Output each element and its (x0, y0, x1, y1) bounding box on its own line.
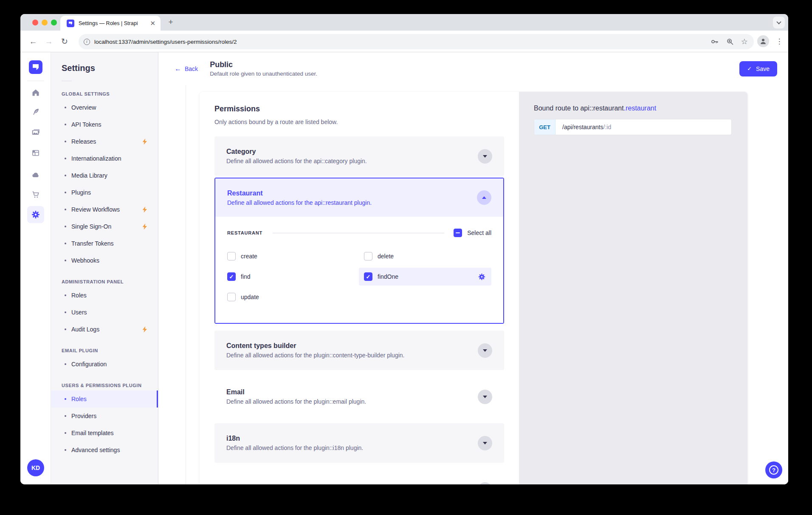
select-all-checkbox[interactable] (454, 229, 462, 237)
sidebar-item-up-roles[interactable]: Roles (51, 390, 158, 407)
strapi-favicon-icon (67, 20, 74, 27)
chevron-down-icon (483, 155, 487, 158)
bullet-icon (65, 226, 66, 227)
sidebar-item-plugins[interactable]: Plugins (51, 184, 158, 201)
reload-icon[interactable]: ↻ (58, 31, 71, 52)
sidebar-item-configuration[interactable]: Configuration (51, 356, 158, 373)
sidebar-item-email-templates[interactable]: Email templates (51, 424, 158, 441)
lightning-icon (142, 207, 147, 213)
back-link[interactable]: ← Back (175, 65, 198, 72)
nav-home-button[interactable] (27, 84, 44, 101)
close-window-button[interactable] (32, 20, 38, 25)
back-icon[interactable]: ← (27, 31, 39, 52)
action-findone[interactable]: findOne (359, 268, 491, 286)
bullet-icon (65, 260, 66, 261)
tab-search-chevron-button[interactable] (773, 17, 785, 28)
sidebar-item-releases[interactable]: Releases (51, 133, 158, 150)
password-key-icon[interactable] (710, 37, 719, 46)
permissions-title: Permissions (214, 105, 504, 113)
bullet-icon (65, 243, 66, 244)
user-avatar[interactable]: KD (27, 459, 44, 476)
sidebar-item-transfer-tokens[interactable]: Transfer Tokens (51, 235, 158, 252)
bullet-icon (65, 363, 66, 365)
sidebar-item-overview[interactable]: Overview (51, 99, 158, 116)
section-label-administration-panel: ADMINISTRATION PANEL (51, 279, 158, 284)
url-text[interactable]: localhost:1337/admin/settings/users-perm… (94, 39, 710, 45)
collapse-button[interactable] (477, 190, 491, 205)
expand-button[interactable] (478, 436, 492, 450)
route-row[interactable]: GET /api/restaurants/:id (534, 119, 732, 135)
expand-button[interactable] (478, 482, 492, 485)
action-delete[interactable]: delete (359, 247, 491, 265)
sidebar-item-api-tokens[interactable]: API Tokens (51, 116, 158, 133)
sidebar-item-label: Single Sign-On (71, 223, 111, 230)
sidebar-item-providers[interactable]: Providers (51, 407, 158, 424)
action-update[interactable]: update (227, 288, 359, 306)
accordion-email-header[interactable]: Email Define all allowed actions for the… (214, 377, 504, 416)
select-all-control[interactable]: Select all (454, 229, 491, 237)
site-info-icon[interactable]: i (84, 39, 90, 45)
content-scroll-area[interactable]: Permissions Only actions bound by a rout… (158, 85, 788, 484)
nav-media-library-button[interactable] (27, 124, 44, 141)
sidebar-item-review-workflows[interactable]: Review Workflows (51, 201, 158, 218)
sidebar-item-admin-users[interactable]: Users (51, 304, 158, 321)
browser-tab[interactable]: Settings — Roles | Strapi ✕ (60, 16, 161, 31)
delete-checkbox[interactable] (364, 252, 372, 260)
nav-content-manager-button[interactable] (27, 103, 44, 120)
action-create[interactable]: create (227, 247, 359, 265)
findone-checkbox[interactable] (364, 272, 372, 281)
sidebar-item-webhooks[interactable]: Webhooks (51, 252, 158, 269)
strapi-logo[interactable] (29, 60, 42, 74)
bullet-icon (65, 124, 66, 125)
forward-icon[interactable]: → (42, 31, 55, 52)
bound-route-panel: Bound route to api::restaurant.restauran… (519, 92, 747, 484)
nav-deploy-cloud-button[interactable] (27, 167, 44, 184)
sidebar-item-single-sign-on[interactable]: Single Sign-On (51, 218, 158, 235)
nav-marketplace-button[interactable] (27, 186, 44, 203)
nav-content-type-builder-button[interactable] (27, 144, 44, 161)
action-label: create (241, 253, 257, 260)
sidebar-item-admin-roles[interactable]: Roles (51, 287, 158, 304)
accordion-restaurant-header[interactable]: Restaurant Define all allowed actions fo… (215, 178, 503, 217)
home-icon (31, 88, 40, 97)
bullet-icon (65, 141, 66, 142)
sidebar-item-media-library[interactable]: Media Library (51, 167, 158, 184)
find-checkbox[interactable] (227, 272, 236, 281)
browser-profile-avatar[interactable] (757, 35, 769, 47)
expand-button[interactable] (478, 149, 492, 164)
sidebar-item-label: Plugins (71, 189, 91, 196)
person-icon (759, 37, 767, 45)
sidebar-item-advanced-settings[interactable]: Advanced settings (51, 441, 158, 458)
zoom-icon[interactable] (726, 37, 734, 46)
accordion-ctb-header[interactable]: Content types builder Define all allowed… (214, 331, 504, 370)
sidebar-item-label: Media Library (71, 172, 107, 179)
expand-button[interactable] (478, 390, 492, 404)
help-button[interactable]: ? (765, 461, 782, 478)
bullet-icon (65, 415, 66, 417)
gear-icon[interactable] (478, 273, 485, 280)
expand-button[interactable] (478, 343, 492, 358)
fullscreen-window-button[interactable] (51, 20, 57, 25)
new-tab-button[interactable]: + (166, 17, 176, 28)
chevron-down-icon (483, 349, 487, 352)
bookmark-star-icon[interactable]: ☆ (741, 38, 748, 45)
action-find[interactable]: find (227, 268, 359, 286)
accordion-i18n-header[interactable]: i18n Define all allowed actions for the … (214, 423, 504, 463)
create-checkbox[interactable] (227, 252, 236, 260)
minimize-window-button[interactable] (42, 20, 48, 25)
restaurant-permissions-body: RESTAURANT Select all (215, 217, 503, 323)
sidebar-item-internationalization[interactable]: Internationalization (51, 150, 158, 167)
accordion-upload-header[interactable]: Upload (214, 470, 504, 484)
page-header: ← Back Public Default role given to unau… (158, 52, 788, 85)
nav-settings-button[interactable] (27, 206, 44, 223)
browser-menu-icon[interactable]: ⋮ (773, 31, 786, 52)
tab-close-icon[interactable]: ✕ (150, 20, 155, 27)
sidebar-item-audit-logs[interactable]: Audit Logs (51, 321, 158, 338)
address-bar[interactable]: i localhost:1337/admin/settings/users-pe… (79, 34, 754, 49)
bound-route-title-accent: .restaurant (624, 105, 656, 112)
accordion-category-header[interactable]: Category Define all allowed actions for … (214, 136, 504, 176)
route-path-main: /api/restaurants (562, 124, 603, 130)
back-arrow-icon: ← (175, 65, 181, 72)
update-checkbox[interactable] (227, 293, 236, 301)
save-button[interactable]: ✓ Save (739, 61, 777, 76)
